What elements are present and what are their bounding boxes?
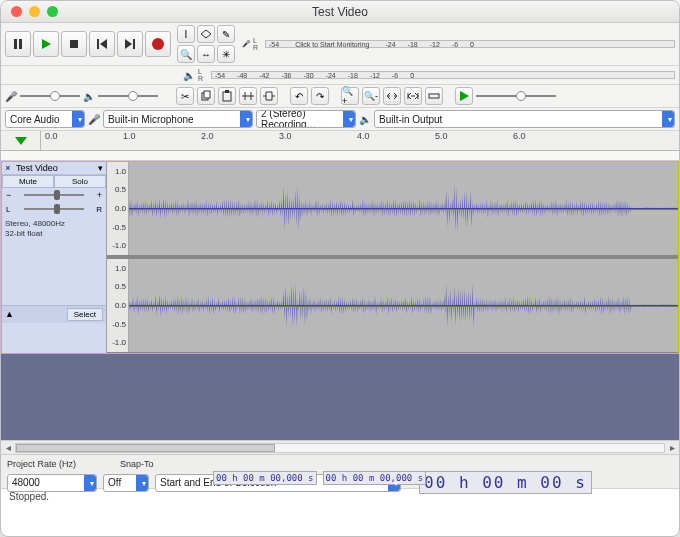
cut-button[interactable]: ✂	[176, 87, 194, 105]
skip-end-button[interactable]	[117, 31, 143, 57]
timeline-ruler[interactable]: 0.0 1.0 2.0 3.0 4.0 5.0 6.0	[41, 131, 679, 151]
mic-icon	[88, 114, 100, 125]
svg-rect-8	[202, 93, 208, 100]
fit-selection-button[interactable]	[383, 87, 401, 105]
gain-slider[interactable]: − +	[2, 188, 106, 202]
envelope-tool[interactable]	[197, 25, 215, 43]
svg-marker-7	[125, 39, 132, 49]
input-channels-select[interactable]: 2 (Stereo) Recording…▾	[256, 110, 356, 128]
trim-button[interactable]	[239, 87, 257, 105]
device-toolbar: Core Audio▾ Built-in Microphone▾ 2 (Ster…	[1, 108, 679, 131]
copy-button[interactable]	[197, 87, 215, 105]
scrollbar-thumb[interactable]	[16, 444, 275, 452]
waveform-channel-right[interactable]	[129, 259, 678, 352]
time-shift-tool[interactable]: ↔	[197, 45, 215, 63]
scroll-right-button[interactable]: ▸	[665, 442, 679, 453]
output-device-select[interactable]: Built-in Output▾	[374, 110, 675, 128]
silence-button[interactable]	[260, 87, 278, 105]
horizontal-scrollbar[interactable]: ◂ ▸	[1, 440, 679, 454]
playback-volume-slider[interactable]	[98, 95, 158, 97]
zoom-out-button[interactable]: 🔍-	[362, 87, 380, 105]
selection-start-time[interactable]: 00 h 00 m 00,000 s	[213, 471, 317, 485]
mic-icon: 🎤	[242, 40, 251, 48]
zoom-toggle-button[interactable]	[425, 87, 443, 105]
toolbar-row-1: I ✎ 🔍 ↔ ✳ 🎤 LR -54Click to Start Monitor…	[1, 23, 679, 66]
monitor-hint[interactable]: Click to Start Monitoring	[291, 41, 373, 48]
minimize-window-button[interactable]	[29, 6, 40, 17]
input-device-select[interactable]: Built-in Microphone▾	[103, 110, 253, 128]
draw-tool[interactable]: ✎	[217, 25, 235, 43]
scroll-left-button[interactable]: ◂	[1, 442, 15, 453]
selection-tool[interactable]: I	[177, 25, 195, 43]
track-menu-button[interactable]: ▾	[94, 163, 106, 173]
titlebar: Test Video	[1, 1, 679, 23]
mute-button[interactable]: Mute	[2, 175, 54, 188]
amplitude-scale: 1.00.50.0-0.5-1.0	[107, 162, 129, 255]
project-rate-label: Project Rate (Hz)	[7, 459, 76, 469]
svg-rect-12	[429, 94, 439, 98]
svg-rect-10	[223, 92, 231, 101]
zoom-in-button[interactable]: 🔍+	[341, 87, 359, 105]
tool-palette: I ✎ 🔍 ↔ ✳	[177, 25, 235, 63]
fit-project-button[interactable]	[404, 87, 422, 105]
snap-to-label: Snap-To	[120, 459, 154, 469]
maximize-window-button[interactable]	[47, 6, 58, 17]
waveform-channel-left[interactable]	[129, 162, 678, 255]
empty-track-space[interactable]	[1, 354, 679, 440]
audio-position[interactable]: 00 h 00 m 00 s	[419, 471, 592, 494]
redo-button[interactable]: ↷	[311, 87, 329, 105]
paste-button[interactable]	[218, 87, 236, 105]
track-bitdepth: 32-bit float	[5, 229, 103, 239]
pan-slider[interactable]: L R	[2, 202, 106, 216]
window-title: Test Video	[312, 5, 368, 19]
stop-button[interactable]	[61, 31, 87, 57]
amplitude-scale: 1.00.50.0-0.5-1.0	[107, 259, 129, 352]
toolbar-row-2: 🔈 LR -54-48-42-36-30-24-18-12-60	[1, 66, 679, 85]
snap-to-select[interactable]: Off▾	[103, 474, 149, 492]
play-button[interactable]	[33, 31, 59, 57]
audio-host-select[interactable]: Core Audio▾	[5, 110, 85, 128]
svg-rect-6	[133, 39, 135, 49]
waveform-area[interactable]: 1.00.50.0-0.5-1.0 1.00.50.0-0.5-1.0	[107, 162, 678, 353]
record-volume-slider[interactable]	[20, 95, 80, 97]
svg-rect-9	[204, 91, 210, 98]
svg-rect-4	[97, 39, 99, 49]
svg-rect-16	[129, 259, 678, 352]
svg-marker-2	[42, 39, 51, 49]
record-meter[interactable]: 🎤 LR -54Click to Start Monitoring-24-18-…	[242, 37, 675, 51]
speaker-icon: 🔈	[183, 70, 195, 81]
selection-toolbar: Project Rate (Hz) Snap-To 48000▾ Off▾ St…	[1, 454, 679, 488]
pin-icon[interactable]	[15, 137, 27, 145]
selection-end-time[interactable]: 00 h 00 m 00,000 s	[323, 471, 427, 485]
speaker-icon	[359, 114, 371, 125]
mic-icon	[5, 91, 17, 102]
close-track-button[interactable]: ×	[2, 163, 14, 173]
record-button[interactable]	[145, 31, 171, 57]
play-at-speed-button[interactable]	[455, 87, 473, 105]
collapse-track-button[interactable]: ▲	[5, 309, 14, 319]
toolbar-row-3: ✂ ↶ ↷ 🔍+ 🔍-	[1, 85, 679, 108]
undo-button[interactable]: ↶	[290, 87, 308, 105]
track-format: Stereo, 48000Hz	[5, 219, 103, 229]
transport-controls	[5, 31, 171, 57]
svg-marker-13	[460, 91, 469, 101]
multi-tool[interactable]: ✳	[217, 45, 235, 63]
track-header: × Test Video ▾ Mute Solo − + L R Stereo,…	[2, 162, 107, 353]
svg-rect-14	[129, 162, 678, 255]
scrub-bar[interactable]	[1, 151, 679, 161]
svg-rect-0	[14, 39, 17, 49]
project-rate-select[interactable]: 48000▾	[7, 474, 97, 492]
select-track-button[interactable]: Select	[67, 308, 103, 321]
track-name[interactable]: Test Video	[14, 162, 94, 174]
solo-button[interactable]: Solo	[54, 175, 106, 188]
play-speed-slider[interactable]	[476, 95, 556, 97]
zoom-tool[interactable]: 🔍	[177, 45, 195, 63]
skip-start-button[interactable]	[89, 31, 115, 57]
pause-button[interactable]	[5, 31, 31, 57]
playback-meter[interactable]: -54-48-42-36-30-24-18-12-60	[211, 71, 675, 79]
svg-rect-1	[19, 39, 22, 49]
close-window-button[interactable]	[11, 6, 22, 17]
tracks-area: × Test Video ▾ Mute Solo − + L R Stereo,…	[1, 161, 679, 354]
speaker-icon	[83, 91, 95, 102]
svg-rect-3	[70, 40, 78, 48]
